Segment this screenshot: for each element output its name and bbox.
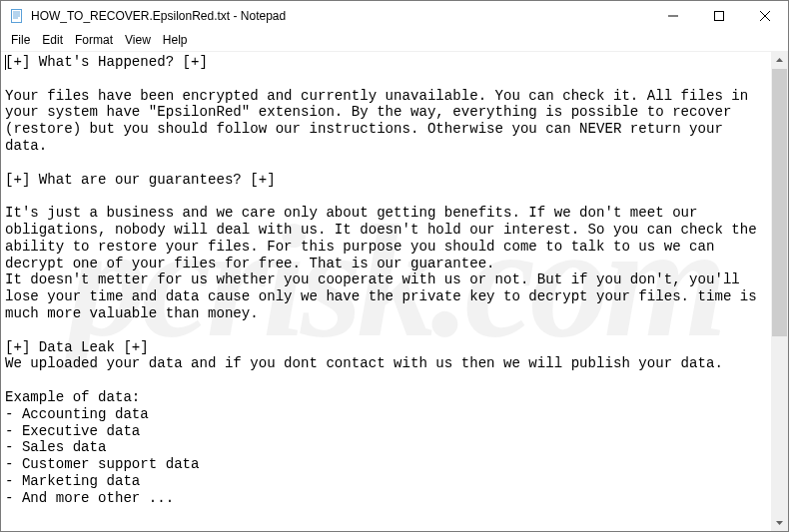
window-title: HOW_TO_RECOVER.EpsilonRed.txt - Notepad: [31, 9, 650, 23]
window-controls: [650, 1, 788, 31]
notepad-window: HOW_TO_RECOVER.EpsilonRed.txt - Notepad …: [0, 0, 789, 532]
svg-rect-1: [715, 12, 724, 21]
maximize-button[interactable]: [696, 1, 742, 31]
menu-help[interactable]: Help: [157, 32, 194, 48]
menu-format[interactable]: Format: [69, 32, 119, 48]
scroll-thumb[interactable]: [772, 69, 787, 336]
vertical-scrollbar[interactable]: [771, 52, 788, 531]
menu-view[interactable]: View: [119, 32, 157, 48]
scroll-down-arrow[interactable]: [771, 514, 788, 531]
titlebar[interactable]: HOW_TO_RECOVER.EpsilonRed.txt - Notepad: [1, 1, 788, 31]
close-button[interactable]: [742, 1, 788, 31]
menu-file[interactable]: File: [5, 32, 36, 48]
editor-content: [+] What's Happened? [+] Your files have…: [5, 54, 765, 506]
editor-area: [+] What's Happened? [+] Your files have…: [1, 51, 788, 531]
scroll-track[interactable]: [771, 69, 788, 514]
minimize-button[interactable]: [650, 1, 696, 31]
menu-edit[interactable]: Edit: [36, 32, 69, 48]
text-editor[interactable]: [+] What's Happened? [+] Your files have…: [1, 52, 771, 531]
menubar: File Edit Format View Help: [1, 31, 788, 51]
notepad-app-icon: [9, 8, 25, 24]
scroll-up-arrow[interactable]: [771, 52, 788, 69]
